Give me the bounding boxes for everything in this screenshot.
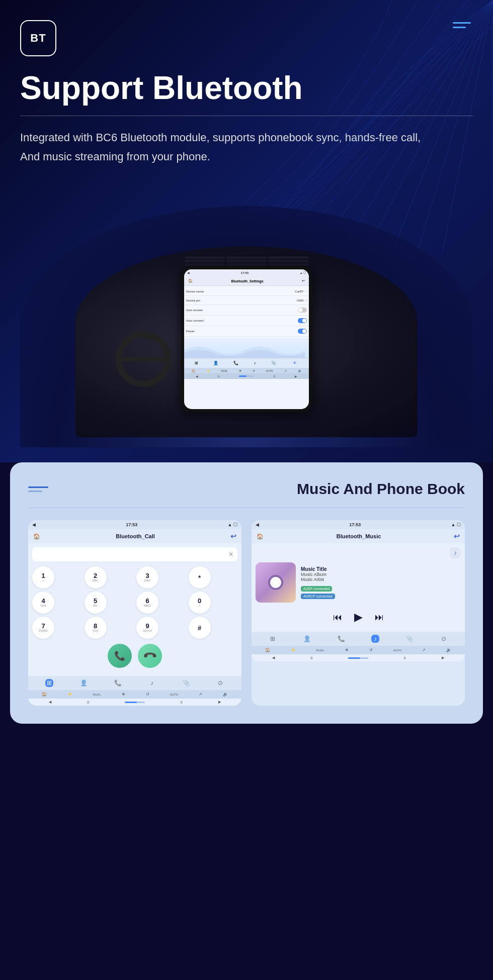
- title-divider: [20, 116, 473, 116]
- music-artist: Music Artist: [301, 577, 461, 582]
- mtb-cycle[interactable]: ↺: [369, 648, 373, 652]
- call-screen-header: 🏠 Bluetooth_Call ↩: [28, 529, 241, 543]
- nav-contact-icon[interactable]: 👤: [79, 679, 88, 687]
- mnav-contact-icon[interactable]: 👤: [303, 635, 311, 643]
- dial-btn-6[interactable]: 6 MNO: [136, 592, 158, 614]
- auto-connect-row[interactable]: Auto connect: [184, 316, 309, 326]
- msl-left: ◀: [272, 656, 275, 660]
- music-info-row: Music Title Music Album Music Artist A2D…: [256, 562, 461, 603]
- mnav-clip-icon[interactable]: 📎: [405, 635, 414, 643]
- device-name-label: Device name: [186, 290, 204, 293]
- mtb-auto: AUTO: [393, 649, 402, 652]
- dial-btn-1[interactable]: 1 —: [32, 566, 54, 589]
- device-pin-label: Device pin: [186, 299, 200, 302]
- nav-clip-icon[interactable]: 📎: [182, 679, 190, 687]
- bottom-header: Music And Phone Book: [28, 480, 465, 498]
- power-toggle[interactable]: [298, 329, 307, 334]
- auto-connect-toggle[interactable]: [298, 318, 307, 323]
- call-buttons: 📞 📞: [32, 644, 237, 672]
- mnav-phone-icon[interactable]: 📞: [337, 635, 345, 643]
- nav-music-icon[interactable]: ♪: [148, 679, 156, 687]
- auto-answer-row[interactable]: Auto answer: [184, 305, 309, 316]
- menu-icon[interactable]: [453, 22, 471, 28]
- msl-num2: 0: [404, 656, 406, 660]
- device-name-row[interactable]: Device name CarBT ›: [184, 287, 309, 296]
- mnav-grid-icon[interactable]: ⊞: [269, 635, 277, 643]
- bt-screen-title: Bluetooth_Settings: [231, 279, 263, 283]
- dial-btn-2[interactable]: 2 ABC: [85, 566, 107, 589]
- sl-num2: 0: [181, 701, 183, 704]
- tb-cycle[interactable]: ↺: [146, 692, 149, 697]
- tb-home[interactable]: 🏠: [42, 692, 47, 697]
- call-back-btn[interactable]: ↩: [230, 532, 236, 540]
- menu-line-1: [453, 22, 471, 24]
- tb-arrow[interactable]: ↗: [199, 692, 202, 697]
- prev-btn[interactable]: ⏮: [333, 612, 342, 623]
- music-bottom-nav: ⊞ 👤 📞 ♪ 📎 ⊙: [252, 632, 465, 646]
- sl-left: ◀: [49, 700, 51, 704]
- mnav-location-icon[interactable]: ⊙: [440, 635, 448, 643]
- power-label: Power: [186, 330, 195, 333]
- music-note-btn[interactable]: ♪: [450, 547, 461, 558]
- slider-1[interactable]: [125, 702, 145, 703]
- call-home-icon: 🏠: [33, 533, 40, 540]
- bottom-menu-line-1: [28, 486, 48, 488]
- bottom-divider: [28, 508, 465, 508]
- car-body: ◀ 17:53 ▲ ☐ 🏠 Bluetooth_Settings ↩: [75, 246, 418, 437]
- dial-btn-3[interactable]: 3 DEF: [136, 566, 158, 589]
- call-screen-title: Bluetooth_Call: [116, 533, 155, 539]
- music-screen: ◀ 17:53 ▲ ☐ 🏠 Bluetooth_Music ↩ ♪: [252, 520, 465, 661]
- clear-input-btn[interactable]: ✕: [228, 551, 233, 558]
- power-row[interactable]: Power: [184, 326, 309, 337]
- mnav-music-icon[interactable]: ♪: [371, 635, 379, 643]
- desc-line2: And music streaming from your phone.: [20, 150, 210, 163]
- bottom-menu-icon[interactable]: [28, 486, 48, 492]
- dial-btn-9[interactable]: 9 WXYZ: [136, 617, 158, 639]
- auto-answer-label: Auto answer: [186, 309, 203, 312]
- dial-btn-5[interactable]: 5 JKL: [85, 592, 107, 614]
- bottom-menu-line-2: [28, 491, 42, 492]
- screen-time: 17:53: [241, 271, 249, 274]
- mtb-vol[interactable]: 🔊: [446, 648, 451, 652]
- mtb-home[interactable]: 🏠: [265, 648, 270, 652]
- album-disc: [268, 575, 283, 590]
- music-home-icon: 🏠: [257, 533, 264, 540]
- auto-answer-toggle[interactable]: [298, 308, 307, 313]
- nav-grid-icon[interactable]: ⊞: [45, 679, 53, 687]
- call-button[interactable]: 📞: [108, 644, 132, 668]
- dialpad-area: ✕ 1 — 2 ABC 3 DE: [28, 543, 241, 676]
- dial-btn-7[interactable]: 7 PQRS: [32, 617, 54, 639]
- tb-vol[interactable]: 🔊: [223, 692, 228, 697]
- dial-btn-hash[interactable]: #: [189, 617, 211, 639]
- music-controls: ⏮ ▶ ⏭: [256, 607, 461, 628]
- nav-phone-icon[interactable]: 📞: [114, 679, 122, 687]
- tb-fan[interactable]: ❄: [122, 692, 125, 697]
- tb-power[interactable]: ⚡: [67, 692, 72, 697]
- msl-num1: 0: [310, 656, 312, 660]
- mtb-power[interactable]: ⚡: [291, 648, 296, 652]
- dial-btn-star[interactable]: *: [189, 566, 211, 589]
- sl-right: ▶: [218, 700, 221, 704]
- dial-btn-8[interactable]: 8 TUV: [85, 617, 107, 639]
- next-btn[interactable]: ⏭: [375, 612, 384, 623]
- music-status-bar: ◀ 17:53 ▲ ☐: [252, 520, 465, 529]
- album-art: [256, 562, 296, 603]
- device-pin-row[interactable]: Device pin 0000 ›: [184, 296, 309, 305]
- music-slider-1[interactable]: [348, 657, 368, 659]
- call-status-bar: ◀ 17:53 ▲ ☐: [28, 520, 241, 529]
- description: Integrated with BC6 Bluetooth module, su…: [20, 128, 473, 166]
- call-slider-row: ◀ 0 0 ▶: [28, 699, 241, 706]
- dial-input[interactable]: ✕: [32, 547, 237, 561]
- hangup-button[interactable]: 📞: [138, 644, 162, 668]
- play-btn[interactable]: ▶: [354, 611, 363, 624]
- mtb-arrow[interactable]: ↗: [422, 648, 426, 652]
- avrcp-badge: AVRCP connected: [301, 594, 335, 599]
- music-screen-title: Bluetooth_Music: [337, 533, 381, 539]
- dial-btn-0[interactable]: 0 +: [189, 592, 211, 614]
- dial-btn-4[interactable]: 4 GHI: [32, 592, 54, 614]
- nav-location-icon[interactable]: ⊙: [216, 679, 224, 687]
- desc-line1: Integrated with BC6 Bluetooth module, su…: [20, 131, 421, 144]
- music-back-btn[interactable]: ↩: [454, 532, 460, 540]
- menu-line-2: [453, 27, 466, 28]
- mtb-fan[interactable]: ❄: [345, 648, 349, 652]
